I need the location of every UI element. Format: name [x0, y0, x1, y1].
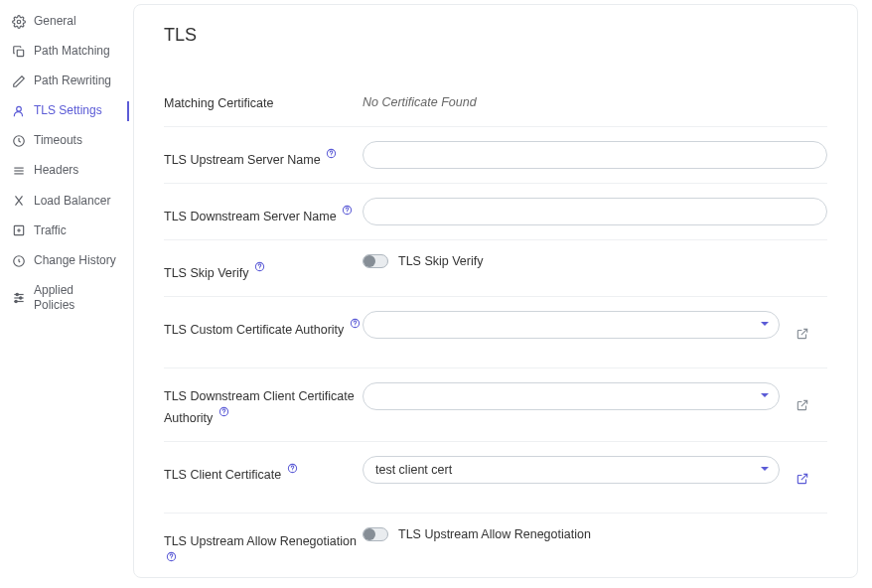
- label-matching-certificate: Matching Certificate: [164, 89, 363, 112]
- sidebar-item-label: Load Balancer: [34, 194, 110, 210]
- sidebar-item-change-history[interactable]: Change History: [0, 249, 129, 273]
- plus-square-icon: [12, 223, 26, 237]
- row-skip-verify: TLS Skip Verify TLS Skip Verify: [164, 239, 827, 296]
- row-upstream-allow-reneg: TLS Upstream Allow Renegotiation TLS Ups…: [164, 513, 827, 578]
- svg-point-12: [16, 294, 18, 296]
- external-link-icon[interactable]: [792, 394, 813, 416]
- svg-point-22: [259, 268, 260, 269]
- upstream-server-name-input[interactable]: [363, 141, 827, 169]
- upstream-allow-reneg-toggle[interactable]: [363, 527, 388, 541]
- label-upstream-allow-reneg: TLS Upstream Allow Renegotiation: [164, 527, 363, 572]
- sidebar-item-label: Path Rewriting: [34, 74, 111, 89]
- sidebar-item-load-balancer[interactable]: Load Balancer: [0, 190, 129, 214]
- svg-point-26: [223, 413, 224, 414]
- sidebar-item-label: Timeouts: [34, 133, 82, 149]
- history-icon: [12, 254, 26, 268]
- gear-icon: [12, 15, 26, 29]
- label-skip-verify: TLS Skip Verify: [164, 254, 363, 282]
- label-upstream-server-name: TLS Upstream Server Name: [164, 141, 363, 169]
- svg-point-24: [355, 325, 356, 326]
- sidebar-item-label: TLS Settings: [34, 103, 102, 119]
- label-client-cert: TLS Client Certificate: [164, 456, 363, 484]
- help-icon[interactable]: [350, 317, 361, 334]
- tls-card: TLS Matching Certificate No Certificate …: [133, 4, 858, 578]
- svg-point-18: [331, 155, 332, 156]
- external-link-icon[interactable]: [792, 468, 813, 490]
- external-link-icon[interactable]: [792, 323, 813, 345]
- label-custom-ca: TLS Custom Certificate Authority: [164, 311, 363, 339]
- help-icon[interactable]: [287, 462, 298, 479]
- row-client-cert: TLS Client Certificate test client cert: [164, 441, 827, 513]
- sidebar-item-headers[interactable]: Headers: [0, 159, 129, 183]
- row-custom-ca: TLS Custom Certificate Authority: [164, 296, 827, 368]
- svg-point-30: [171, 558, 172, 559]
- svg-point-20: [347, 212, 348, 213]
- svg-point-0: [17, 20, 21, 24]
- sidebar-item-general[interactable]: General: [0, 10, 129, 34]
- main: TLS Matching Certificate No Certificate …: [129, 0, 872, 588]
- row-downstream-server-name: TLS Downstream Server Name: [164, 183, 827, 239]
- card-title: TLS: [164, 25, 827, 46]
- pencil-icon: [12, 74, 26, 88]
- sidebar-item-path-matching[interactable]: Path Matching: [0, 40, 129, 64]
- sidebar-item-timeouts[interactable]: Timeouts: [0, 129, 129, 153]
- help-icon[interactable]: [342, 204, 353, 220]
- svg-point-16: [15, 301, 17, 303]
- help-icon[interactable]: [166, 550, 177, 567]
- sidebar-item-label: Change History: [34, 253, 116, 269]
- svg-point-2: [17, 106, 22, 111]
- svg-point-28: [292, 470, 293, 471]
- help-icon[interactable]: [254, 260, 265, 277]
- upstream-allow-reneg-toggle-label: TLS Upstream Allow Renegotiation: [398, 527, 591, 541]
- copy-icon: [12, 45, 26, 59]
- downstream-server-name-input[interactable]: [363, 198, 827, 225]
- row-upstream-server-name: TLS Upstream Server Name: [164, 126, 827, 183]
- client-cert-select[interactable]: test client cert: [363, 456, 780, 484]
- clock-icon: [12, 134, 26, 148]
- sidebar-item-label: Headers: [34, 163, 78, 179]
- custom-ca-select[interactable]: [363, 311, 780, 339]
- help-icon[interactable]: [218, 405, 229, 422]
- help-icon[interactable]: [326, 147, 337, 164]
- sidebar-item-tls-settings[interactable]: TLS Settings: [0, 99, 129, 123]
- label-downstream-client-ca: TLS Downstream Client Certificate Author…: [164, 382, 363, 427]
- skip-verify-toggle-label: TLS Skip Verify: [398, 254, 483, 268]
- row-downstream-client-ca: TLS Downstream Client Certificate Author…: [164, 368, 827, 441]
- sidebar-item-label: Path Matching: [34, 44, 110, 60]
- sidebar-item-traffic[interactable]: Traffic: [0, 220, 129, 243]
- sidebar-item-applied-policies[interactable]: Applied Policies: [0, 279, 129, 318]
- skip-verify-toggle[interactable]: [363, 254, 388, 268]
- sidebar: General Path Matching Path Rewriting TLS…: [0, 0, 129, 588]
- sidebar-item-label: Traffic: [34, 223, 67, 239]
- label-downstream-server-name: TLS Downstream Server Name: [164, 198, 363, 225]
- svg-rect-1: [17, 50, 23, 56]
- sidebar-item-label: Applied Policies: [34, 283, 117, 314]
- lines-icon: [12, 164, 26, 178]
- sidebar-item-label: General: [34, 14, 76, 30]
- row-matching-certificate: Matching Certificate No Certificate Foun…: [164, 75, 827, 126]
- sliders-icon: [12, 291, 26, 305]
- sidebar-item-path-rewriting[interactable]: Path Rewriting: [0, 70, 129, 93]
- matching-certificate-value: No Certificate Found: [363, 89, 477, 109]
- downstream-client-ca-select[interactable]: [363, 382, 780, 410]
- user-icon: [12, 104, 26, 118]
- cross-tools-icon: [12, 194, 26, 208]
- svg-point-14: [20, 297, 22, 299]
